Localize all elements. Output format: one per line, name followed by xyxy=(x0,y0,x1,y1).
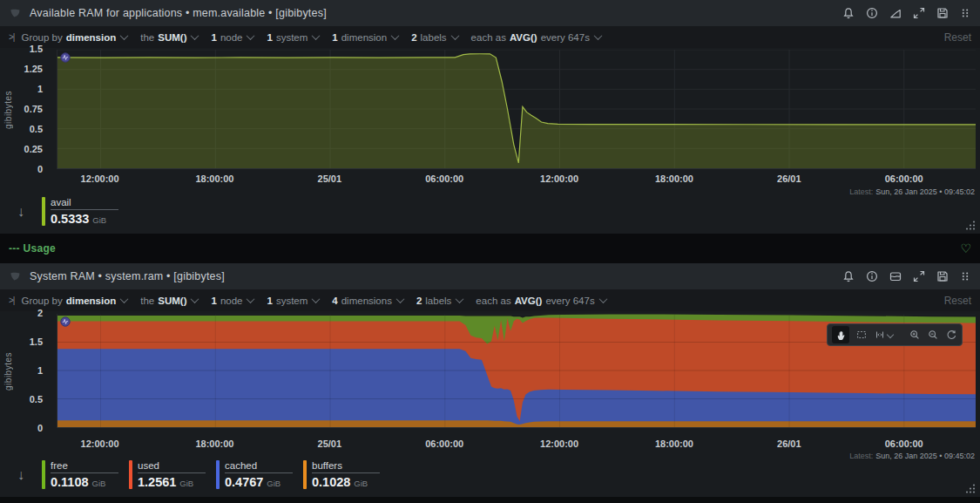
y-tick: 1 xyxy=(37,85,43,94)
y-tick: 0.5 xyxy=(30,395,43,404)
alerts-bell-icon[interactable] xyxy=(841,6,855,20)
chevron-down-icon[interactable] xyxy=(191,295,199,303)
info-icon[interactable] xyxy=(865,269,879,283)
chevron-down-icon[interactable] xyxy=(120,295,129,303)
reset-zoom-button[interactable] xyxy=(945,329,957,341)
reset-button[interactable]: Reset xyxy=(944,295,971,307)
legend-item-free[interactable]: free 0.1108GiB xyxy=(42,460,118,489)
dimension-dropdown[interactable]: dimension xyxy=(341,32,387,43)
x-tick: 18:00:00 xyxy=(195,173,233,184)
chart-hover-toolbar xyxy=(827,323,963,346)
every-label: every 647s xyxy=(545,296,594,306)
legend-unit: GiB xyxy=(267,479,280,488)
chevron-down-icon[interactable] xyxy=(391,31,400,40)
stacked-chart-type-icon[interactable] xyxy=(889,269,902,283)
zoom-in-button[interactable] xyxy=(909,329,921,341)
resize-handle[interactable] xyxy=(964,484,977,494)
resize-handle[interactable] xyxy=(964,221,977,231)
each-as-dropdown[interactable]: AVG() xyxy=(510,32,537,43)
fullscreen-icon[interactable] xyxy=(912,6,926,20)
system-dropdown[interactable]: system xyxy=(276,32,308,43)
labels-dropdown[interactable]: labels xyxy=(421,32,447,43)
fullscreen-icon[interactable] xyxy=(912,269,926,283)
x-tick: 18:00:00 xyxy=(195,438,233,449)
system-dropdown[interactable]: system xyxy=(276,296,308,306)
heart-favorite-icon[interactable]: ♡ xyxy=(960,242,971,255)
legend: ↓ avail 0.5333GiB xyxy=(17,197,129,227)
legend-item-used[interactable]: used 1.2561GiB xyxy=(129,460,206,489)
alerts-bell-icon[interactable] xyxy=(841,269,855,283)
ribbon-collapse-icon[interactable]: >| xyxy=(9,296,14,305)
chevron-down-icon[interactable] xyxy=(312,295,321,303)
select-area-button[interactable] xyxy=(855,329,868,341)
section-divider-usage: --- Usage ♡ xyxy=(0,234,980,263)
drag-handle-icon[interactable] xyxy=(959,6,971,20)
legend-sort-arrow-icon[interactable]: ↓ xyxy=(17,460,24,490)
x-tick: 25/01 xyxy=(318,438,342,449)
info-icon[interactable] xyxy=(865,6,879,20)
ribbon-collapse-icon[interactable]: >| xyxy=(9,32,14,42)
anomaly-badge-icon[interactable] xyxy=(60,52,71,63)
drag-handle-icon[interactable] xyxy=(959,269,971,283)
aggregation-dropdown[interactable]: SUM() xyxy=(158,32,186,43)
each-as-dropdown[interactable]: AVG() xyxy=(515,296,543,306)
node-count: 1 xyxy=(211,296,216,306)
legend-sort-arrow-icon[interactable]: ↓ xyxy=(17,197,24,227)
chevron-down-icon[interactable] xyxy=(395,295,404,303)
y-tick: 0.5 xyxy=(30,125,43,134)
y-tick: 0 xyxy=(37,424,43,433)
system-count: 1 xyxy=(267,32,272,43)
legend-value: 0.1028GiB xyxy=(312,475,380,489)
chevron-down-icon[interactable] xyxy=(247,295,255,303)
chart-titlebar: Available RAM for applications • mem.ava… xyxy=(0,0,980,26)
legend-item-cached[interactable]: cached 0.4767GiB xyxy=(216,460,293,489)
chevron-down-icon[interactable] xyxy=(456,295,464,303)
x-axis-ticks: 12:00:00 18:00:00 25/01 06:00:00 12:00:0… xyxy=(57,173,976,185)
legend-label: buffers xyxy=(312,460,380,473)
groupby-value-dropdown[interactable]: dimension xyxy=(66,296,117,306)
aggregation-dropdown[interactable]: SUM() xyxy=(158,296,186,306)
x-tick: 12:00:00 xyxy=(81,438,119,449)
legend: ↓ free 0.1108GiB used 1.2561GiB cached xyxy=(17,460,390,490)
zoom-out-button[interactable] xyxy=(927,329,939,341)
x-tick: 18:00:00 xyxy=(655,173,693,184)
legend-unit: GiB xyxy=(92,479,106,488)
horizontal-select-button[interactable] xyxy=(874,329,893,341)
legend-color-bar xyxy=(42,460,45,489)
legend-color-bar xyxy=(216,460,220,489)
y-tick: 1.25 xyxy=(24,65,43,74)
node-dropdown[interactable]: node xyxy=(220,296,243,306)
labels-count: 2 xyxy=(416,296,422,306)
groupby-ribbon: >| Group by dimension the SUM() 1 node 1… xyxy=(0,289,980,311)
groupby-value-dropdown[interactable]: dimension xyxy=(66,32,117,43)
dimension-dropdown[interactable]: dimensions xyxy=(341,296,392,306)
reset-button[interactable]: Reset xyxy=(944,31,971,44)
legend-value: 0.1108GiB xyxy=(51,475,118,489)
legend-label: avail xyxy=(51,197,118,210)
every-label: every 647s xyxy=(541,32,590,43)
chevron-down-icon[interactable] xyxy=(312,31,321,40)
chevron-down-icon[interactable] xyxy=(450,31,459,40)
chevron-down-icon[interactable] xyxy=(120,31,129,40)
plot-area-mem-available[interactable] xyxy=(57,50,976,169)
y-tick: 1.5 xyxy=(30,337,43,347)
save-icon[interactable] xyxy=(936,269,950,283)
anomaly-badge-icon[interactable] xyxy=(60,316,71,327)
save-icon[interactable] xyxy=(936,6,950,20)
chart-type-icon[interactable] xyxy=(889,6,902,20)
x-tick: 06:00:00 xyxy=(885,173,923,184)
chevron-down-icon[interactable] xyxy=(593,31,602,40)
x-tick: 12:00:00 xyxy=(540,173,578,184)
x-axis-ticks: 12:00:00 18:00:00 25/01 06:00:00 12:00:0… xyxy=(57,438,976,450)
pan-tool-button[interactable] xyxy=(832,326,849,343)
node-dropdown[interactable]: node xyxy=(220,32,243,43)
labels-dropdown[interactable]: labels xyxy=(425,296,451,306)
legend-item-buffers[interactable]: buffers 0.1028GiB xyxy=(303,460,380,489)
chevron-down-icon[interactable] xyxy=(191,31,199,40)
legend-item-avail[interactable]: avail 0.5333GiB xyxy=(42,197,118,226)
zoom-out-icon xyxy=(927,329,939,341)
system-count: 1 xyxy=(267,296,272,306)
chevron-down-icon[interactable] xyxy=(247,31,255,40)
legend-color-bar xyxy=(303,460,307,489)
chevron-down-icon[interactable] xyxy=(598,295,607,303)
